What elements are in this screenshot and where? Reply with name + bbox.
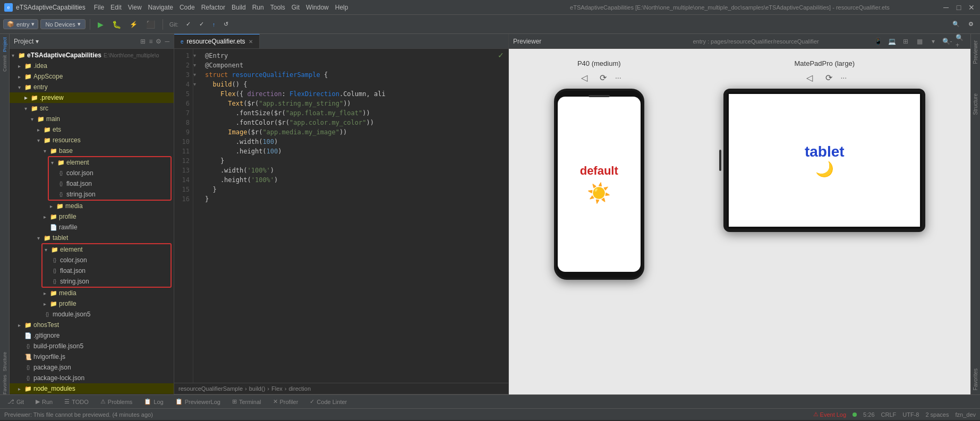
status-event-log[interactable]: ⚠ Event Log [813,411,847,418]
bottom-tab-previewerlog[interactable]: 📋 PreviewerLog [170,396,226,408]
tree-item-build-profile[interactable]: {} build-profile.json5 [10,341,174,351]
menu-git[interactable]: Git [292,4,300,11]
menu-view[interactable]: View [128,4,142,11]
tree-item-base-float[interactable]: {} float.json [49,178,171,189]
tree-item-node-modules[interactable]: 📁 node_modules [10,383,174,394]
project-icon-1[interactable]: ⊞ [140,38,146,45]
tablet-back-button[interactable]: ◁ [802,72,817,83]
tree-item-gitignore2[interactable]: 📄 .gitignore [10,394,174,394]
commit-sidebar-icon[interactable]: Commit [2,55,7,72]
project-icon-3[interactable]: ⚙ [156,38,161,45]
tree-item-base-color[interactable]: {} color.json [49,168,171,178]
run-button[interactable]: ▶ [95,19,107,30]
preview-chevron-icon[interactable]: ▾ [928,36,939,47]
status-position[interactable]: 5:26 [863,411,874,418]
status-spaces[interactable]: 2 spaces [925,411,949,418]
git-commit-button[interactable]: ✓ [183,20,194,29]
tree-item-tablet-string[interactable]: {} string.json [42,276,171,287]
git-history-button[interactable]: ↺ [220,20,232,29]
tree-item-base-string[interactable]: {} string.json [49,189,171,200]
phone-more-button[interactable]: ··· [615,73,621,82]
tree-item-base[interactable]: 📁 base [10,145,174,156]
tree-item-entry[interactable]: 📁 entry [10,82,174,92]
right-sidebar-previewer[interactable]: Previewer [972,36,979,68]
menu-window[interactable]: Window [306,4,329,11]
project-icon-4[interactable]: ─ [165,38,169,45]
bottom-tab-log[interactable]: 📋 Log [139,396,168,408]
tree-item-module-json[interactable]: {} module.json5 [10,309,174,320]
menu-refactor[interactable]: Refactor [201,4,225,11]
menu-tools[interactable]: Tools [270,4,285,11]
tab-close-button[interactable]: ✕ [249,39,253,45]
tab-resource-qualifier[interactable]: e resourceQualifier.ets ✕ [174,34,260,48]
tablet-more-button[interactable]: ··· [840,73,847,82]
maximize-button[interactable]: □ [955,3,963,12]
tree-item-appscope[interactable]: 📁 AppScope [10,71,174,82]
bottom-tab-git[interactable]: ⎇ Git [2,396,29,408]
bottom-tab-profiler[interactable]: ✕ Profiler [268,396,304,408]
menu-run[interactable]: Run [252,4,264,11]
tree-item-src[interactable]: 📁 src [10,103,174,114]
bottom-tab-todo[interactable]: ☰ TODO [59,396,94,408]
tree-item-base-media[interactable]: 📁 media [10,201,174,211]
bottom-tab-codelinter[interactable]: ✓ Code Linter [304,396,352,408]
bottom-tab-run[interactable]: ▶ Run [30,396,58,408]
tree-item-main[interactable]: 📁 main [10,114,174,124]
tree-item-rawfile[interactable]: 📄 rawfile [10,222,174,233]
tree-item-idea[interactable]: 📁 .idea [10,61,174,71]
tree-item-base-element[interactable]: 📁 element [49,157,171,168]
preview-tablet-icon[interactable]: 💻 [887,36,897,47]
preview-phone-icon[interactable]: 📱 [873,36,883,47]
bottom-tab-problems[interactable]: ⚠ Problems [95,396,138,408]
tree-item-tablet-element[interactable]: 📁 element [42,244,171,255]
tree-item-package-json[interactable]: {} package.json [10,362,174,373]
devices-selector[interactable]: No Devices ▾ [40,19,85,29]
phone-back-button[interactable]: ◁ [577,72,592,83]
status-encoding[interactable]: UTF-8 [902,411,919,418]
structure-sidebar-icon[interactable]: Structure [2,352,7,372]
menu-build[interactable]: Build [232,4,246,11]
minimize-button[interactable]: ─ [942,3,950,12]
tree-item-base-profile[interactable]: 📁 profile [10,211,174,222]
tree-item-tablet[interactable]: 📁 tablet [10,233,174,243]
right-sidebar-structure[interactable]: Structure [972,89,979,119]
tree-item-tablet-media[interactable]: 📁 media [10,288,174,298]
tree-root[interactable]: 📁 eTSAdaptiveCapabilities E:\North\one_m… [10,50,174,61]
status-crlf[interactable]: CRLF [881,411,897,418]
stop-button[interactable]: ⬛ [143,19,158,30]
project-icon-2[interactable]: ≡ [149,38,152,45]
menu-code[interactable]: Code [180,4,195,11]
search-everywhere-button[interactable]: 🔍 [949,20,963,29]
settings-button[interactable]: ⚙ [965,20,977,29]
favorites-sidebar-icon[interactable]: Favorites [2,375,7,394]
tree-item-hvigorfile[interactable]: 📜 hvigorfile.js [10,351,174,362]
tree-item-package-lock[interactable]: {} package-lock.json [10,373,174,383]
preview-layout-icon[interactable]: ▦ [914,36,925,47]
tree-item-resources[interactable]: 📁 resources [10,135,174,145]
tree-item-ets[interactable]: 📁 ets [10,124,174,135]
git-push-button[interactable]: ✓ [196,20,207,29]
bottom-tab-terminal[interactable]: ⊞ Terminal [227,396,267,408]
tree-item-preview[interactable]: ▸ 📁 .preview [10,92,174,103]
right-sidebar-favorites[interactable]: Favorites [972,364,979,394]
menu-help[interactable]: Help [335,4,348,11]
tree-item-ohostest[interactable]: 📁 ohosTest [10,320,174,330]
code-content[interactable]: @Entry @Component struct resourceQualifi… [201,49,508,383]
preview-zoom-in-icon[interactable]: 🔍+ [956,36,966,47]
tree-item-tablet-float[interactable]: {} float.json [42,265,171,276]
preview-grid-icon[interactable]: ⊞ [900,36,911,47]
profile-button[interactable]: ⚡ [126,20,141,29]
preview-zoom-out-icon[interactable]: 🔍- [942,36,952,47]
menu-file[interactable]: File [94,4,104,11]
debug-button[interactable]: 🐛 [109,19,124,30]
menu-edit[interactable]: Edit [110,4,122,11]
phone-rotate-button[interactable]: ⟳ [596,72,611,83]
project-sidebar-icon[interactable]: Project [2,37,7,52]
tree-item-gitignore1[interactable]: 📄 .gitignore [10,330,174,341]
git-pull-button[interactable]: ↑ [209,20,219,29]
entry-selector[interactable]: 📦 entry ▾ [3,19,38,29]
tree-item-tablet-color[interactable]: {} color.json [42,255,171,265]
tree-item-tablet-profile[interactable]: 📁 profile [10,298,174,309]
menu-navigate[interactable]: Navigate [148,4,173,11]
tablet-rotate-button[interactable]: ⟳ [821,72,836,83]
